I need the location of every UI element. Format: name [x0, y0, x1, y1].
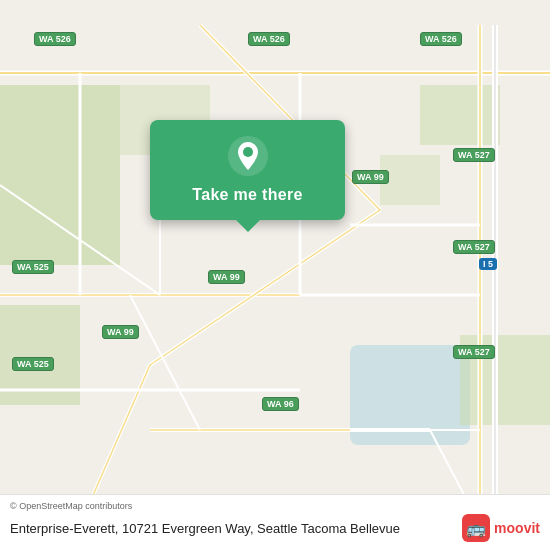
svg-line-28: [130, 295, 200, 430]
highway-label-wa99-2: WA 99: [208, 270, 245, 284]
highway-label-wa526-2: WA 526: [248, 32, 290, 46]
take-me-there-button[interactable]: Take me there: [192, 186, 302, 204]
road-layer: [0, 0, 550, 550]
svg-line-21: [150, 210, 380, 365]
highway-label-wa99-1: WA 99: [352, 170, 389, 184]
svg-rect-0: [0, 85, 120, 265]
highway-label-wa527-3: WA 527: [453, 345, 495, 359]
moovit-text: moovit: [494, 520, 540, 536]
map-attribution: © OpenStreetMap contributors: [10, 501, 540, 511]
highway-label-wa526-1: WA 526: [34, 32, 76, 46]
highway-label-wa527-1: WA 527: [453, 148, 495, 162]
svg-text:🚌: 🚌: [466, 519, 486, 538]
address-text: Enterprise-Everett, 10721 Evergreen Way,…: [10, 521, 462, 536]
moovit-icon: 🚌: [462, 514, 490, 542]
map-container: WA 526 WA 526 WA 526 WA 527 WA 527 WA 52…: [0, 0, 550, 550]
highway-label-i5: I 5: [479, 258, 497, 270]
svg-rect-4: [420, 85, 500, 145]
svg-rect-6: [380, 155, 440, 205]
highway-label-wa525-2: WA 525: [12, 357, 54, 371]
moovit-logo: 🚌 moovit: [462, 514, 540, 542]
highway-label-wa99-3: WA 99: [102, 325, 139, 339]
highway-label-wa527-2: WA 527: [453, 240, 495, 254]
svg-point-34: [243, 147, 253, 157]
popup-card[interactable]: Take me there: [150, 120, 345, 220]
location-pin-icon: [228, 136, 268, 176]
highway-label-wa96: WA 96: [262, 397, 299, 411]
highway-label-wa525-1: WA 525: [12, 260, 54, 274]
bottom-bar: © OpenStreetMap contributors Enterprise-…: [0, 494, 550, 550]
highway-label-wa526-3: WA 526: [420, 32, 462, 46]
